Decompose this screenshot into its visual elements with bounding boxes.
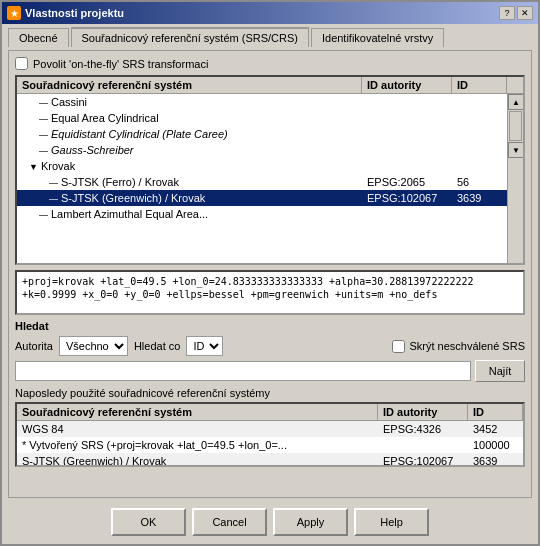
srs-authority — [362, 165, 452, 167]
close-btn[interactable]: ✕ — [517, 6, 533, 20]
recent-srs-name: S-JTSK (Greenwich) / Krovak — [17, 454, 378, 467]
table-row[interactable]: —Equidistant Cylindrical (Plate Caree) — [17, 126, 507, 142]
srs-name: —Cassini — [17, 95, 362, 109]
srs-description: +proj=krovak +lat_0=49.5 +lon_0=24.83333… — [15, 270, 525, 315]
srs-authority — [362, 149, 452, 151]
tab-bar: Obecné Souřadnicový referenční systém (S… — [8, 28, 532, 47]
srs-id — [452, 133, 507, 135]
tree-leaf-icon: — — [49, 178, 59, 188]
recent-col-id: ID — [468, 404, 523, 420]
title-bar: ★ Vlastnosti projektu ? ✕ — [2, 2, 538, 24]
srs-table-body: —Cassini —Equal Area Cylindrical — [17, 94, 507, 263]
authority-select[interactable]: Všechno — [59, 336, 128, 356]
srs-name: —Equal Area Cylindrical — [17, 111, 362, 125]
tab-obecne[interactable]: Obecné — [8, 28, 69, 47]
title-buttons: ? ✕ — [499, 6, 533, 20]
tree-leaf-icon: — — [49, 194, 59, 204]
search-by-select[interactable]: ID — [186, 336, 223, 356]
help-button[interactable]: Help — [354, 508, 429, 536]
recent-authority: EPSG:102067 — [378, 454, 468, 467]
col-authority: ID autority — [362, 77, 452, 93]
recent-table-row[interactable]: WGS 84 EPSG:4326 3452 — [17, 421, 523, 437]
help-icon-btn[interactable]: ? — [499, 6, 515, 20]
srs-authority — [362, 133, 452, 135]
srs-authority — [362, 101, 452, 103]
hide-checkbox-row: Skrýt neschválené SRS — [392, 340, 525, 353]
recent-id: 3452 — [468, 422, 523, 436]
on-the-fly-checkbox[interactable] — [15, 57, 28, 70]
hide-checkbox[interactable] — [392, 340, 405, 353]
find-button[interactable]: Najít — [475, 360, 525, 382]
scroll-header — [507, 77, 523, 93]
table-row[interactable]: —Gauss-Schreiber — [17, 142, 507, 158]
recent-srs-name: * Vytvořený SRS (+proj=krovak +lat_0=49.… — [17, 438, 378, 452]
tab-srs[interactable]: Souřadnicový referenční systém (SRS/CRS) — [71, 27, 309, 47]
main-window: ★ Vlastnosti projektu ? ✕ Obecné Souřadn… — [0, 0, 540, 546]
srs-authority: EPSG:2065 — [362, 175, 452, 189]
window-title: Vlastnosti projektu — [25, 7, 124, 19]
recent-authority — [378, 444, 468, 446]
col-srs: Souřadnicový referenční systém — [17, 77, 362, 93]
table-row-selected[interactable]: —S-JTSK (Greenwich) / Krovak EPSG:102067… — [17, 190, 507, 206]
recent-table-row[interactable]: S-JTSK (Greenwich) / Krovak EPSG:102067 … — [17, 453, 523, 467]
tree-leaf-icon: — — [39, 146, 49, 156]
tree-leaf-icon: — — [39, 98, 49, 108]
srs-id — [452, 101, 507, 103]
hide-label: Skrýt neschválené SRS — [409, 340, 525, 352]
tab-content-srs: Povolit 'on-the-fly' SRS transformaci So… — [8, 50, 532, 498]
tree-leaf-icon: — — [39, 130, 49, 140]
bottom-buttons: OK Cancel Apply Help — [8, 502, 532, 540]
recent-table-row[interactable]: * Vytvořený SRS (+proj=krovak +lat_0=49.… — [17, 437, 523, 453]
srs-table: Souřadnicový referenční systém ID autori… — [15, 75, 525, 265]
table-scrollbar[interactable]: ▲ ▼ — [507, 94, 523, 263]
search-input-row: Najít — [15, 360, 525, 382]
search-input[interactable] — [15, 361, 471, 381]
recently-used-section: Naposledy použité souřadnicové referenčn… — [15, 387, 525, 467]
srs-name: —Equidistant Cylindrical (Plate Caree) — [17, 127, 362, 141]
recent-authority: EPSG:4326 — [378, 422, 468, 436]
table-row[interactable]: —S-JTSK (Ferro) / Krovak EPSG:2065 56 — [17, 174, 507, 190]
recent-id: 100000 — [468, 438, 523, 452]
window-icon: ★ — [7, 6, 21, 20]
srs-id — [452, 165, 507, 167]
recently-used-label: Naposledy použité souřadnicové referenčn… — [15, 387, 525, 399]
table-row[interactable]: —Lambert Azimuthal Equal Area... — [17, 206, 507, 222]
apply-button[interactable]: Apply — [273, 508, 348, 536]
table-row[interactable]: —Equal Area Cylindrical — [17, 110, 507, 126]
srs-table-header: Souřadnicový referenční systém ID autori… — [17, 77, 523, 94]
search-label: Hledat — [15, 320, 525, 332]
ok-button[interactable]: OK — [111, 508, 186, 536]
tree-folder-icon: ▼ — [29, 162, 39, 172]
col-id: ID — [452, 77, 507, 93]
recent-col-srs: Souřadnicový referenční systém — [17, 404, 378, 420]
desc-text: +proj=krovak +lat_0=49.5 +lon_0=24.83333… — [22, 276, 474, 300]
srs-id — [452, 213, 507, 215]
authority-label: Autorita — [15, 340, 53, 352]
srs-id — [452, 117, 507, 119]
search-section: Hledat Autorita Všechno Hledat co ID Skr… — [15, 320, 525, 382]
table-row[interactable]: ▼Krovak — [17, 158, 507, 174]
tab-layers[interactable]: Identifikovatelné vrstvy — [311, 28, 444, 47]
scroll-down-btn[interactable]: ▼ — [508, 142, 523, 158]
srs-name: —S-JTSK (Greenwich) / Krovak — [17, 191, 362, 205]
scroll-up-btn[interactable]: ▲ — [508, 94, 523, 110]
tree-leaf-icon: — — [39, 210, 49, 220]
recent-id: 3639 — [468, 454, 523, 467]
srs-name: ▼Krovak — [17, 159, 362, 173]
srs-id: 3639 — [452, 191, 507, 205]
scroll-thumb[interactable] — [509, 111, 522, 141]
recent-srs-name: WGS 84 — [17, 422, 378, 436]
search-controls-row: Autorita Všechno Hledat co ID Skrýt nesc… — [15, 336, 525, 356]
recent-table: Souřadnicový referenční systém ID autori… — [15, 402, 525, 467]
srs-name: —S-JTSK (Ferro) / Krovak — [17, 175, 362, 189]
content-area: Obecné Souřadnicový referenční systém (S… — [2, 24, 538, 544]
recent-table-header: Souřadnicový referenční systém ID autori… — [17, 404, 523, 421]
on-the-fly-row: Povolit 'on-the-fly' SRS transformaci — [15, 57, 525, 70]
cancel-button[interactable]: Cancel — [192, 508, 267, 536]
srs-id: 56 — [452, 175, 507, 189]
tree-leaf-icon: — — [39, 114, 49, 124]
table-row[interactable]: —Cassini — [17, 94, 507, 110]
title-bar-left: ★ Vlastnosti projektu — [7, 6, 124, 20]
srs-authority: EPSG:102067 — [362, 191, 452, 205]
search-by-label: Hledat co — [134, 340, 180, 352]
